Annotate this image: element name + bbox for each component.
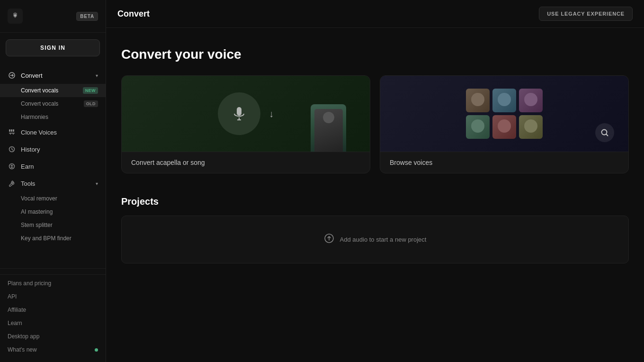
- singer-visual: [311, 104, 346, 152]
- convert-acapella-label: Convert acapella or song: [122, 152, 370, 173]
- app-logo: [8, 9, 23, 24]
- badge-old: OLD: [84, 100, 98, 107]
- sidebar-sub-stem-splitter[interactable]: Stem splitter: [0, 218, 106, 232]
- sidebar-item-convert[interactable]: Convert ▾: [0, 67, 106, 84]
- new-dot-indicator: [95, 348, 98, 352]
- faces-grid: [466, 89, 543, 139]
- face-3: [519, 89, 543, 112]
- sidebar-label-tools: Tools: [21, 180, 35, 187]
- svg-rect-1: [9, 129, 10, 132]
- sidebar-sub-vocal-remover[interactable]: Vocal remover: [0, 192, 106, 205]
- sub-label: Key and BPM finder: [21, 235, 72, 242]
- browse-card-visual: [380, 76, 628, 152]
- sidebar-item-tools[interactable]: Tools ▾: [0, 175, 106, 192]
- footer-link-desktop[interactable]: Desktop app: [0, 330, 106, 343]
- divider: [0, 274, 106, 275]
- earn-icon: [8, 162, 16, 171]
- footer-link-learn[interactable]: Learn: [0, 317, 106, 330]
- browse-voices-label: Browse voices: [380, 152, 628, 173]
- sidebar-sub-convert-vocals-old[interactable]: Convert vocals OLD: [0, 97, 106, 110]
- beta-badge: BETA: [76, 12, 98, 21]
- sub-label: Stem splitter: [21, 222, 53, 228]
- sub-label: Vocal remover: [21, 195, 57, 202]
- face-5: [492, 115, 516, 139]
- add-project-card[interactable]: Add audio to start a new project: [121, 216, 629, 263]
- sidebar-label-clone: Clone Voices: [21, 129, 57, 136]
- sub-label: Convert vocals: [21, 87, 58, 94]
- add-project-label: Add audio to start a new project: [340, 236, 427, 243]
- cards-row: ↓ Convert acapella or song: [121, 75, 629, 173]
- badge-new: NEW: [83, 87, 98, 94]
- tools-icon: [8, 179, 16, 188]
- sub-label: AI mastering: [21, 208, 53, 215]
- sidebar: BETA SIGN IN Convert ▾ Convert vocals NE…: [0, 0, 106, 362]
- face-6: [519, 115, 543, 139]
- sub-label: Harmonies: [21, 114, 48, 120]
- chevron-down-icon: ▾: [96, 181, 98, 186]
- sidebar-label-history: History: [21, 146, 40, 153]
- convert-arrow-icon: ↓: [269, 109, 274, 119]
- clone-icon: [8, 128, 16, 136]
- sidebar-label-earn: Earn: [21, 163, 34, 170]
- convert-card-visual: ↓: [122, 76, 370, 152]
- search-icon: [595, 123, 614, 142]
- upload-icon: [324, 233, 334, 246]
- top-bar: Convert USE LEGACY EXPERIENCE: [106, 0, 644, 28]
- sidebar-sub-ai-mastering[interactable]: AI mastering: [0, 205, 106, 218]
- sidebar-footer: Plans and pricing API Affiliate Learn De…: [0, 268, 106, 362]
- sidebar-item-history[interactable]: History: [0, 141, 106, 158]
- page-title: Convert: [117, 9, 150, 19]
- sidebar-header: BETA: [0, 0, 106, 33]
- chevron-down-icon: ▾: [96, 73, 98, 78]
- sign-in-button[interactable]: SIGN IN: [6, 39, 100, 56]
- sidebar-item-earn[interactable]: Earn: [0, 158, 106, 175]
- sidebar-nav: Convert ▾ Convert vocals NEW Convert voc…: [0, 63, 106, 268]
- history-icon: [8, 145, 16, 154]
- sidebar-sub-harmonies[interactable]: Harmonies: [0, 110, 106, 124]
- svg-point-9: [602, 130, 607, 135]
- logo-wrap: [8, 9, 23, 24]
- svg-rect-6: [237, 107, 242, 116]
- svg-rect-3: [13, 129, 14, 132]
- whats-new-label: What's new: [8, 346, 37, 353]
- face-4: [466, 115, 490, 139]
- face-1: [466, 89, 490, 112]
- content-body: Convert your voice: [106, 28, 644, 282]
- svg-rect-2: [11, 129, 12, 132]
- sidebar-item-clone-voices[interactable]: Clone Voices: [0, 124, 106, 141]
- sub-label: Convert vocals: [21, 100, 58, 107]
- convert-acapella-card[interactable]: ↓ Convert acapella or song: [121, 75, 370, 173]
- mic-bubble: [218, 92, 260, 135]
- footer-link-api[interactable]: API: [0, 290, 106, 303]
- legacy-button[interactable]: USE LEGACY EXPERIENCE: [539, 7, 633, 21]
- footer-link-whats-new[interactable]: What's new: [0, 343, 106, 356]
- sidebar-label-convert: Convert: [21, 72, 43, 79]
- main-content: Convert USE LEGACY EXPERIENCE Convert yo…: [106, 0, 644, 362]
- browse-voices-card[interactable]: Browse voices: [380, 75, 629, 173]
- sidebar-sub-key-bpm[interactable]: Key and BPM finder: [0, 232, 106, 245]
- hero-title: Convert your voice: [121, 47, 629, 62]
- footer-link-affiliate[interactable]: Affiliate: [0, 303, 106, 317]
- footer-link-plans[interactable]: Plans and pricing: [0, 277, 106, 290]
- face-2: [492, 89, 516, 112]
- sidebar-sub-convert-vocals-new[interactable]: Convert vocals NEW: [0, 84, 106, 97]
- projects-title: Projects: [121, 196, 629, 207]
- convert-icon: [8, 71, 16, 80]
